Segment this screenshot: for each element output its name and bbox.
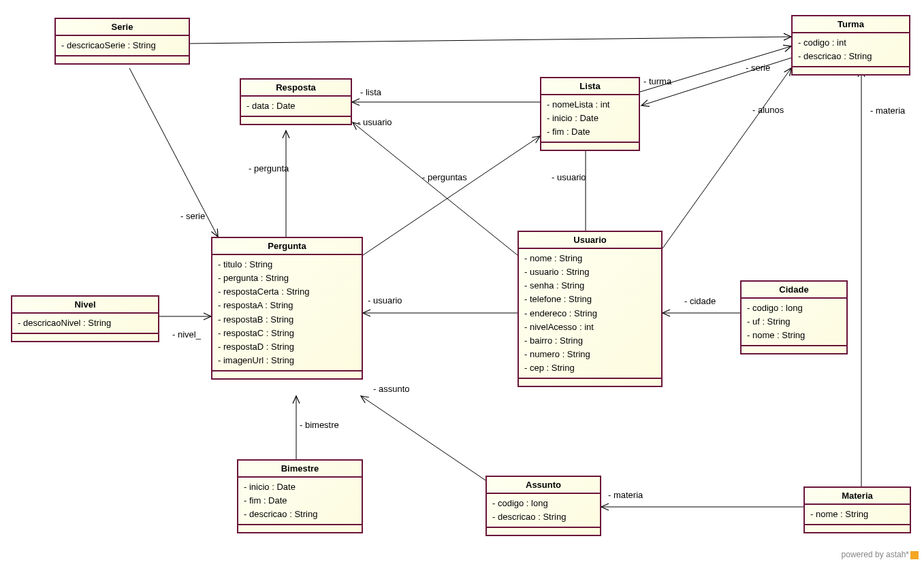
class-title: Turma: [793, 16, 909, 33]
class-bimestre: Bimestre - inicio : Date- fim : Date- de…: [237, 459, 363, 533]
class-title: Serie: [56, 19, 189, 36]
assoc-label-usuario1: - usuario: [357, 117, 392, 127]
class-title: Resposta: [241, 80, 351, 97]
assoc-label-assunto: - assunto: [373, 384, 409, 394]
class-attrs: - nome : String: [805, 505, 910, 525]
class-title: Usuario: [519, 232, 661, 249]
assoc-label-turma: - turma: [643, 76, 671, 86]
assoc-label-alunos: - alunos: [752, 105, 784, 115]
assoc-label-serie1: - serie: [180, 211, 205, 221]
svg-line-0: [190, 37, 791, 44]
class-title: Bimestre: [238, 461, 362, 478]
class-nivel: Nivel - descricaoNivel : String: [11, 295, 159, 342]
class-attrs: - codigo : long- descricao : String: [487, 494, 600, 528]
assoc-label-pergunta: - pergunta: [249, 163, 289, 173]
svg-line-9: [353, 122, 517, 255]
class-attrs: - nomeLista : int- inicio : Date- fim : …: [541, 95, 639, 143]
assoc-label-materia2: - materia: [870, 105, 905, 116]
class-attrs: - nome : String- usuario : String- senha…: [519, 249, 661, 379]
assoc-label-usuario2: - usuario: [552, 172, 586, 182]
class-assunto: Assunto - codigo : long- descricao : Str…: [485, 476, 601, 536]
assoc-label-nivel: - nivel_: [172, 329, 201, 340]
class-attrs: - codigo : long- uf : String- nome : Str…: [742, 299, 846, 346]
class-turma: Turma - codigo : int- descricao : String: [791, 15, 910, 76]
astah-logo-icon: [910, 551, 919, 559]
class-title: Cidade: [742, 282, 846, 299]
assoc-label-serie2: - serie: [746, 63, 770, 73]
class-title: Lista: [541, 78, 639, 95]
class-attrs: - descricaoNivel : String: [12, 314, 158, 334]
class-cidade: Cidade - codigo : long- uf : String- nom…: [740, 280, 848, 354]
footer-branding: powered by astah*: [842, 550, 919, 559]
class-attrs: - codigo : int- descricao : String: [793, 33, 909, 67]
class-serie: Serie - descricaoSerie : String: [54, 18, 190, 65]
assoc-label-usuario3: - usuario: [368, 295, 402, 305]
class-pergunta: Pergunta - titulo : String- pergunta : S…: [211, 237, 363, 380]
assoc-label-cidade: - cidade: [684, 296, 716, 306]
assoc-label-materia1: - materia: [608, 490, 643, 500]
class-attrs: - titulo : String- pergunta : String- re…: [212, 255, 362, 371]
svg-line-11: [663, 68, 791, 248]
assoc-label-bimestre: - bimestre: [300, 420, 339, 430]
class-resposta: Resposta - data : Date: [240, 78, 352, 125]
class-attrs: - inicio : Date- fim : Date- descricao :…: [238, 478, 362, 525]
class-title: Materia: [805, 488, 910, 505]
class-title: Pergunta: [212, 238, 362, 255]
assoc-label-lista: - lista: [360, 87, 381, 97]
class-attrs: - data : Date: [241, 97, 351, 117]
svg-line-16: [363, 136, 540, 255]
class-materia: Materia - nome : String: [803, 486, 911, 533]
svg-line-4: [361, 396, 492, 484]
class-attrs: - descricaoSerie : String: [56, 36, 189, 56]
class-lista: Lista - nomeLista : int- inicio : Date- …: [540, 77, 640, 151]
class-usuario: Usuario - nome : String- usuario : Strin…: [517, 231, 663, 387]
class-title: Nivel: [12, 297, 158, 314]
assoc-label-perguntas: - perguntas: [422, 172, 467, 182]
class-title: Assunto: [487, 477, 600, 494]
